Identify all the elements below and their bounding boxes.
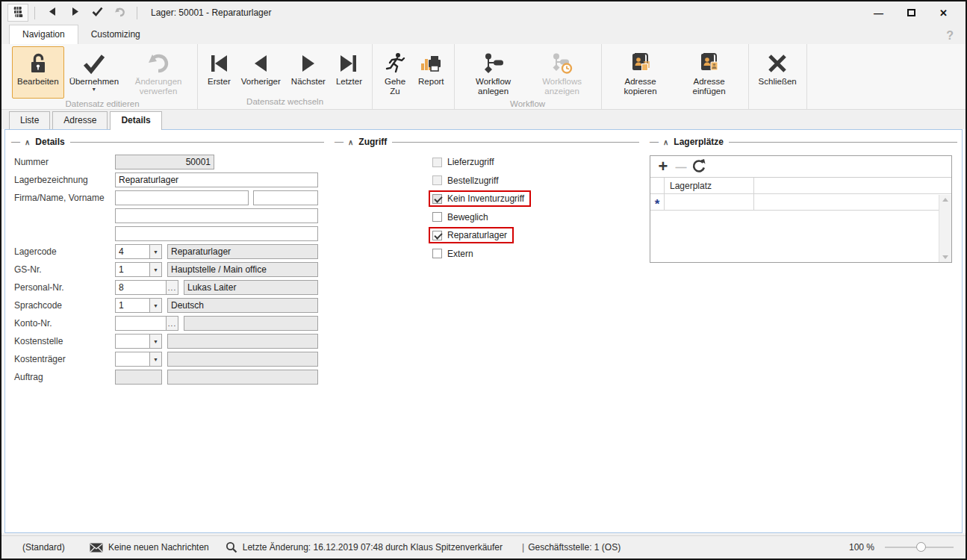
sprachcode-combobox[interactable]: ▼ (115, 298, 162, 313)
messages-status[interactable]: Keine neuen Nachrichten (90, 542, 209, 553)
letzter-button[interactable]: Letzter (331, 46, 367, 96)
quick-undo-button[interactable] (111, 4, 128, 22)
ribbon-tab-navigation[interactable]: Navigation (9, 25, 78, 44)
kostentraeger-desc-field[interactable] (167, 352, 318, 367)
combo-dropdown-button[interactable]: ▼ (149, 352, 162, 367)
combo-dropdown-button[interactable]: ▼ (149, 298, 162, 313)
naechster-button[interactable]: Nächster (286, 46, 331, 96)
caret-down-icon: ▼ (153, 249, 158, 255)
tab-liste[interactable]: Liste (9, 111, 50, 129)
scroll-up-icon[interactable] (942, 198, 948, 202)
bestellzugriff-checkbox[interactable] (432, 175, 442, 185)
schliessen-button[interactable]: Schließen (753, 46, 802, 96)
kein-inventurzugriff-checkbox[interactable] (432, 194, 442, 204)
app-menu-button[interactable] (7, 4, 28, 22)
combo-dropdown-button[interactable]: ▼ (149, 244, 162, 259)
adresszeile-2-field[interactable] (115, 226, 318, 241)
combo-dropdown-button[interactable]: ▼ (149, 334, 162, 349)
gsnr-desc-field[interactable] (167, 262, 318, 277)
maximize-button[interactable] (907, 9, 915, 16)
ribbon-group-datensatz-editieren: Bearbeiten Übernehmen ▾ Änderungen verwe… (7, 44, 198, 109)
bearbeiten-button[interactable]: Bearbeiten (12, 46, 64, 99)
section-rule (70, 142, 324, 143)
add-row-button[interactable]: + (656, 159, 671, 174)
adresse-einfuegen-button[interactable]: Adresse einfügen (675, 46, 744, 99)
kostenstelle-combobox[interactable]: ▼ (115, 334, 162, 349)
aenderungen-verwerfen-button[interactable]: Änderungen verwerfen (124, 46, 193, 99)
zoom-slider-thumb[interactable] (916, 542, 926, 552)
tab-adresse[interactable]: Adresse (52, 111, 108, 129)
adresse-kopieren-button[interactable]: Adresse kopieren (606, 46, 675, 99)
lagercode-desc-field[interactable] (167, 244, 318, 259)
scroll-down-icon[interactable] (942, 255, 948, 259)
grid-scrollbar[interactable] (939, 195, 951, 262)
tab-details[interactable]: Details (110, 111, 161, 130)
minimize-button[interactable]: — (874, 8, 883, 18)
field-row-kontonr: Konto-Nr. ... (5, 314, 329, 332)
vorheriger-button[interactable]: Vorheriger (236, 46, 286, 96)
kontonr-field[interactable] (115, 316, 167, 331)
statusbar: (Standard) Keine neuen Nachrichten Letzt… (1, 535, 966, 559)
lagerbezeichnung-field[interactable] (115, 172, 318, 187)
caret-down-icon: ▼ (153, 357, 158, 362)
uebernehmen-button[interactable]: Übernehmen ▾ (64, 46, 124, 99)
grid-new-row[interactable]: * (650, 194, 951, 211)
combo-dropdown-button[interactable]: ▼ (149, 262, 162, 277)
lagerplatz-cell[interactable] (665, 194, 754, 210)
field-row-nummer: Nummer (5, 153, 329, 171)
auftrag-desc-field[interactable] (167, 370, 318, 385)
kostenstelle-desc-field[interactable] (167, 334, 318, 349)
collapse-icon[interactable]: ∧ (348, 138, 353, 146)
checkbox-row-kein-inventurzugriff: Kein Inventurzugriff (432, 190, 644, 208)
gehe-zu-button[interactable]: Gehe Zu (377, 46, 413, 99)
report-button[interactable]: Report (413, 46, 450, 99)
check-icon (82, 50, 106, 77)
workflow-icon (482, 50, 506, 77)
nummer-field[interactable] (115, 155, 214, 169)
personalnr-lookup-button[interactable]: ... (166, 280, 178, 295)
lagerplatz-column-header[interactable]: Lagerplatz (665, 178, 754, 193)
titlebar: Lager: 50001 - Reparaturlager — ✕ (1, 1, 966, 24)
kontonr-desc-field[interactable] (184, 316, 318, 331)
adresszeile-1-field[interactable] (115, 208, 318, 223)
nav-back-button[interactable] (43, 4, 61, 22)
ribbon-group-gehezu-report: Gehe Zu Report (373, 44, 455, 109)
firma-name-field[interactable] (115, 190, 249, 205)
refresh-button[interactable] (691, 159, 706, 174)
zoom-slider[interactable] (885, 547, 954, 548)
sprachcode-desc-field[interactable] (167, 298, 318, 313)
workflows-anzeigen-button[interactable]: Workflows anzeigen (528, 46, 597, 99)
first-record-icon (208, 50, 230, 77)
gsnr-combobox[interactable]: ▼ (115, 262, 162, 277)
extern-checkbox[interactable] (432, 249, 442, 258)
personalnr-desc-field[interactable] (184, 280, 318, 295)
zoom-control: 100 % (849, 542, 954, 553)
auftrag-field[interactable] (115, 370, 162, 385)
envelope-icon (90, 543, 103, 553)
zugriff-section-header: — ∧ Zugriff (329, 135, 644, 149)
beweglich-checkbox[interactable] (432, 212, 442, 222)
remove-row-button[interactable]: — (674, 159, 688, 174)
row-marker-header-cell (650, 178, 665, 193)
erster-button[interactable]: Erster (202, 46, 236, 96)
workflow-anlegen-button[interactable]: Workflow anlegen (459, 46, 528, 99)
kontonr-lookup-button[interactable]: ... (166, 316, 178, 331)
help-icon[interactable]: ? (946, 30, 954, 42)
ribbon-group-schliessen: Schließen (749, 44, 807, 109)
close-button[interactable]: ✕ (939, 8, 948, 18)
nav-forward-button[interactable] (66, 4, 84, 22)
last-change-status: Letzte Änderung: 16.12.2019 07:48 durch … (226, 541, 503, 553)
field-row-auftrag: Auftrag (5, 368, 329, 386)
kostentraeger-combobox[interactable]: ▼ (115, 352, 162, 367)
profile-indicator: (Standard) (22, 542, 90, 553)
quick-apply-button[interactable] (88, 4, 106, 22)
lieferzugriff-checkbox[interactable] (432, 158, 442, 167)
reparaturlager-checkbox[interactable] (432, 231, 442, 240)
personalnr-field[interactable] (115, 280, 167, 295)
vorname-field[interactable] (253, 190, 318, 205)
ribbon-group-adresse: Adresse kopieren Adresse einfügen (602, 44, 749, 109)
ribbon-tab-customizing[interactable]: Customizing (78, 25, 153, 44)
collapse-icon[interactable]: ∧ (25, 138, 30, 146)
collapse-icon[interactable]: ∧ (663, 138, 668, 146)
lagercode-combobox[interactable]: ▼ (115, 244, 162, 259)
